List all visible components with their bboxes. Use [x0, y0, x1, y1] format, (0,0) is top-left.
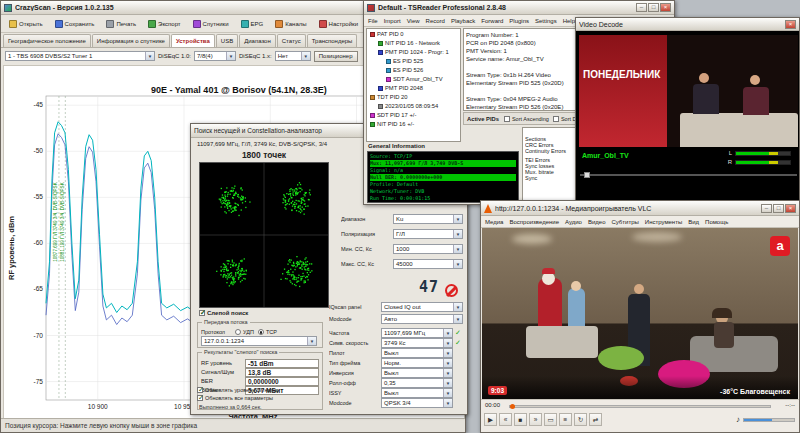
stream-address-select[interactable]: 127.0.0.1:1234 — [201, 336, 317, 346]
param-value[interactable]: Выкл — [381, 368, 453, 378]
presenter-1 — [699, 73, 709, 83]
menu-item[interactable]: Субтитры — [611, 219, 638, 225]
param-value[interactable]: 3749 Кс — [381, 338, 453, 348]
previous-button[interactable]: « — [499, 413, 512, 426]
tree-item[interactable]: TDT PID 20 — [368, 93, 459, 102]
sort-checkbox[interactable]: Sort Ascending — [504, 116, 549, 122]
tree-item[interactable]: SDT Amur_Obl_TV — [368, 75, 459, 84]
toolbar-button[interactable]: Печать — [102, 18, 140, 30]
minimize-icon[interactable]: – — [761, 204, 772, 213]
tree-item[interactable]: ES PID 525 — [368, 57, 459, 66]
menu-item[interactable]: Видео — [588, 219, 606, 225]
menu-item[interactable]: Вид — [688, 219, 699, 225]
menu-item[interactable]: Воспроизведение — [509, 219, 559, 225]
menu-item[interactable]: View — [407, 18, 420, 24]
modcode-select[interactable]: Авто — [381, 314, 463, 324]
seek-thumb[interactable] — [510, 404, 515, 409]
tab[interactable]: Диапазон — [239, 34, 276, 47]
tree-item[interactable]: SDT PID 17 +/- — [368, 111, 459, 120]
tsreader-tree[interactable]: PAT PID 0 NIT PID 16 - Network PMT PID 1… — [366, 28, 461, 142]
toolbar-button[interactable]: Каналы — [271, 18, 310, 30]
toolbar-button[interactable]: Экспорт — [144, 18, 185, 30]
vlc-titlebar[interactable]: http://127.0.0.1:1234 - Медиапроигрывате… — [481, 201, 799, 216]
slider-thumb[interactable] — [584, 172, 590, 178]
tuner-select[interactable]: 1 - TBS 6908 DVBS/S2 Tuner 1 — [5, 51, 155, 61]
tree-item[interactable]: 2023/01/05 08:09:54 — [368, 102, 459, 111]
tab[interactable]: Статус — [277, 34, 306, 47]
tree-item[interactable]: NIT PID 16 +/- — [368, 120, 459, 129]
next-button[interactable]: » — [529, 413, 542, 426]
side-control-row: Диапазон Ku — [341, 212, 463, 225]
seek-slider[interactable] — [509, 405, 771, 408]
param-value[interactable]: Норм. — [381, 358, 453, 368]
tree-item[interactable]: PMT PID 1024 - Progr: 1 — [368, 48, 459, 57]
menu-item[interactable]: Forward — [481, 18, 503, 24]
toolbar-button[interactable]: Открыть — [5, 18, 47, 30]
side-control-select[interactable]: 1000 — [393, 244, 463, 254]
update-checkbox[interactable]: Обновлять уровень сигнала — [197, 386, 325, 394]
random-button[interactable]: ⇄ — [589, 413, 602, 426]
close-icon[interactable]: × — [660, 3, 671, 12]
menu-item[interactable]: Help — [563, 18, 575, 24]
param-value[interactable]: Выкл — [381, 388, 453, 398]
tab[interactable]: Транспондеры — [307, 34, 358, 47]
diseqc1x-label: DiSEqC 1.x: — [239, 53, 272, 59]
iqscan-mode-select[interactable]: Closed IQ out — [381, 302, 463, 312]
minimize-icon[interactable]: – — [636, 3, 647, 12]
close-icon[interactable]: × — [785, 20, 796, 29]
param-value[interactable]: 0,35 — [381, 378, 453, 388]
side-control-select[interactable]: 45000 — [393, 259, 463, 269]
menu-item[interactable]: Plugins — [509, 18, 529, 24]
positioner-button[interactable]: Позиционер — [314, 51, 358, 62]
param-value[interactable]: QPSK 3/4 — [381, 398, 453, 408]
side-control-select[interactable]: Ku — [393, 214, 463, 224]
toolbar-button[interactable]: Сохранить — [51, 18, 99, 30]
param-value[interactable]: 11097,699 МГц — [381, 328, 453, 338]
menu-item[interactable]: Import — [384, 18, 401, 24]
tsreader-titlebar[interactable]: Default - TSReader Professional 2.8.48 –… — [364, 1, 674, 15]
tree-item[interactable]: ES PID 526 — [368, 66, 459, 75]
tab[interactable]: USB — [216, 34, 238, 47]
diseqc10-select[interactable]: 7/8(4) — [194, 51, 236, 61]
update-checkbox[interactable]: Обновлять все параметры — [197, 394, 325, 402]
videodecode-titlebar[interactable]: Video Decode × — [576, 18, 799, 31]
tree-item[interactable]: PMT PID 2048 — [368, 84, 459, 93]
stop-button[interactable]: ■ — [514, 413, 527, 426]
param-value[interactable]: Выкл — [381, 348, 453, 358]
side-control-select[interactable]: Г/Л — [393, 229, 463, 239]
tab[interactable]: Географическое положение — [3, 34, 91, 47]
volume-slider[interactable] — [743, 418, 795, 422]
menu-item[interactable]: Settings — [535, 18, 557, 24]
tab[interactable]: Устройства — [171, 34, 215, 47]
toolbar-button[interactable]: Настройки — [315, 18, 362, 30]
general-info-terminal: Source: TCP/IPMux: 11,097,699 Г/Л 3,749 … — [367, 151, 519, 203]
close-icon[interactable]: × — [785, 204, 796, 213]
maximize-icon[interactable]: □ — [773, 204, 784, 213]
iqscan-panel: IQscan panel Closed IQ out Modcode Авто — [329, 302, 463, 326]
menu-item[interactable]: Аудио — [565, 219, 582, 225]
tree-item[interactable]: NIT PID 16 - Network — [368, 39, 459, 48]
menu-item[interactable]: File — [368, 18, 378, 24]
tree-item[interactable]: PAT PID 0 — [368, 30, 459, 39]
play-button[interactable]: ▶ — [484, 413, 497, 426]
protocol-radio[interactable]: УДП — [235, 329, 254, 335]
protocol-radio[interactable]: ТСР — [258, 329, 277, 335]
diseqc1x-select[interactable]: Нет — [275, 51, 311, 61]
maximize-icon[interactable]: □ — [648, 3, 659, 12]
blind-search-checkbox[interactable]: Слепой поиск — [199, 310, 248, 316]
videodecode-video[interactable]: ПОНЕДЕЛЬНИК — [579, 35, 798, 147]
studio-light — [632, 232, 682, 242]
menu-item[interactable]: Помощь — [705, 219, 728, 225]
menu-item[interactable]: Медиа — [485, 219, 503, 225]
toolbar-button[interactable]: EPG — [237, 18, 268, 30]
menu-item[interactable]: Playback — [451, 18, 475, 24]
menu-item[interactable]: Record — [426, 18, 445, 24]
fullscreen-button[interactable]: ▭ — [544, 413, 557, 426]
vlc-video[interactable]: а 9:03 -36°C Благовещенск — [482, 228, 798, 400]
tab[interactable]: Информация о спутнике — [92, 34, 170, 47]
playlist-button[interactable]: ≡ — [559, 413, 572, 426]
toolbar-button[interactable]: Спутники — [189, 18, 233, 30]
video-position-slider[interactable] — [580, 174, 797, 176]
loop-button[interactable]: ↻ — [574, 413, 587, 426]
menu-item[interactable]: Инструменты — [645, 219, 682, 225]
